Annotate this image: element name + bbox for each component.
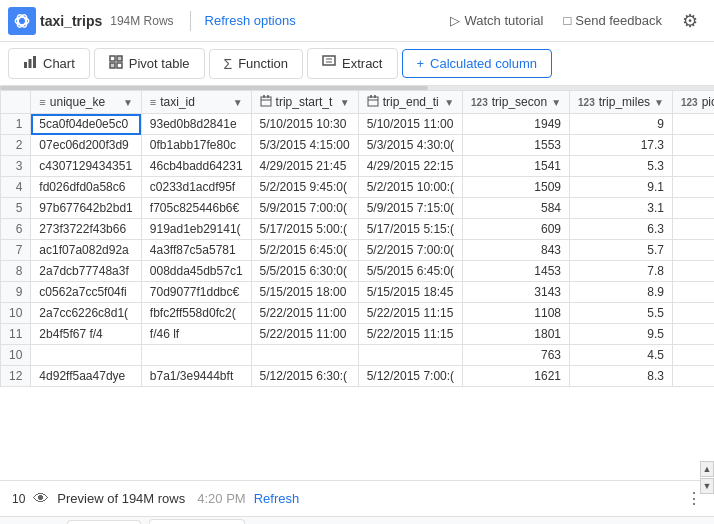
taxi-id-cell[interactable]: f/46 lf	[141, 324, 251, 345]
trip-miles-cell[interactable]: 9.5	[570, 324, 673, 345]
col-header-trip_start[interactable]: trip_start_t ▼	[251, 91, 358, 114]
pickup-cell[interactable]	[672, 219, 714, 240]
trip-miles-cell[interactable]: 17.3	[570, 135, 673, 156]
pickup-cell[interactable]	[672, 303, 714, 324]
unique-key-cell[interactable]: 2a7cc6226c8d1(	[31, 303, 141, 324]
trip-end-cell[interactable]: 5/9/2015 7:15:0(	[358, 198, 462, 219]
trip-end-cell[interactable]: 5/2/2015 10:00:(	[358, 177, 462, 198]
trip-start-cell[interactable]: 5/2/2015 9:45:0(	[251, 177, 358, 198]
calculated-column-button[interactable]: + Calculated column	[402, 49, 553, 78]
pickup-cell[interactable]	[672, 366, 714, 387]
trip-end-cell[interactable]: 5/17/2015 5:15:(	[358, 219, 462, 240]
col-header-taxi_id[interactable]: ≡ taxi_id ▼	[141, 91, 251, 114]
row-number[interactable]: 5	[1, 198, 31, 219]
unique-key-cell[interactable]: fd026dfd0a58c6	[31, 177, 141, 198]
filter-icon[interactable]: ▼	[444, 97, 454, 108]
row-number[interactable]: 6	[1, 219, 31, 240]
trip-miles-cell[interactable]: 5.7	[570, 240, 673, 261]
trip-end-cell[interactable]: 5/12/2015 7:00:(	[358, 366, 462, 387]
trip-miles-cell[interactable]: 9	[570, 114, 673, 135]
pickup-cell[interactable]	[672, 240, 714, 261]
sheet1-tab[interactable]: Sheet1 ▼	[67, 520, 141, 524]
trip-end-cell[interactable]: 5/22/2015 11:15	[358, 303, 462, 324]
row-number[interactable]: 9	[1, 282, 31, 303]
row-number[interactable]: 3	[1, 156, 31, 177]
unique-key-cell[interactable]: 4d92ff5aa47dye	[31, 366, 141, 387]
trip-start-cell[interactable]: 5/5/2015 6:30:0(	[251, 261, 358, 282]
col-header-trip_end[interactable]: trip_end_ti ▼	[358, 91, 462, 114]
pickup-cell[interactable]	[672, 345, 714, 366]
trip-miles-cell[interactable]: 6.3	[570, 219, 673, 240]
trip-sec-cell[interactable]: 3143	[463, 282, 570, 303]
trip-start-cell[interactable]: 5/10/2015 10:30	[251, 114, 358, 135]
filter-icon[interactable]: ▼	[654, 97, 664, 108]
unique-key-cell[interactable]: 97b677642b2bd1	[31, 198, 141, 219]
refresh-button[interactable]: Refresh	[254, 491, 300, 506]
unique-key-cell[interactable]: 2b4f5f67 f/4	[31, 324, 141, 345]
trip-sec-cell[interactable]: 1509	[463, 177, 570, 198]
trip-start-cell[interactable]: 5/2/2015 6:45:0(	[251, 240, 358, 261]
trip-start-cell[interactable]: 5/22/2015 11:00	[251, 324, 358, 345]
function-button[interactable]: Σ Function	[209, 49, 304, 79]
pickup-cell[interactable]	[672, 198, 714, 219]
filter-icon[interactable]: ▼	[123, 97, 133, 108]
pickup-cell[interactable]	[672, 282, 714, 303]
trip-miles-cell[interactable]: 8.9	[570, 282, 673, 303]
data-source-tab[interactable]: ≡ taxi_trips ▼	[149, 519, 245, 524]
pickup-cell[interactable]	[672, 261, 714, 282]
row-number[interactable]: 11	[1, 324, 31, 345]
row-number[interactable]: 4	[1, 177, 31, 198]
row-number[interactable]: 8	[1, 261, 31, 282]
trip-sec-cell[interactable]: 1108	[463, 303, 570, 324]
row-number[interactable]: 1	[1, 114, 31, 135]
taxi-id-cell[interactable]: b7a1/3e9444bft	[141, 366, 251, 387]
trip-start-cell[interactable]: 5/22/2015 11:00	[251, 303, 358, 324]
trip-start-cell[interactable]: 5/12/2015 6:30:(	[251, 366, 358, 387]
trip-sec-cell[interactable]: 1801	[463, 324, 570, 345]
sheet-list-button[interactable]: ≡	[37, 521, 58, 525]
trip-sec-cell[interactable]: 843	[463, 240, 570, 261]
taxi-id-cell[interactable]: 0fb1abb17fe80c	[141, 135, 251, 156]
trip-miles-cell[interactable]: 3.1	[570, 198, 673, 219]
taxi-id-cell[interactable]: fbfc2ff558d0fc2(	[141, 303, 251, 324]
taxi-id-cell[interactable]: 70d9077f1ddbc€	[141, 282, 251, 303]
taxi-id-cell[interactable]: 93ed0b8d2841e	[141, 114, 251, 135]
trip-miles-cell[interactable]: 5.3	[570, 156, 673, 177]
unique-key-cell[interactable]: ac1f07a082d92a	[31, 240, 141, 261]
trip-end-cell[interactable]: 5/5/2015 6:45:0(	[358, 261, 462, 282]
trip-end-cell[interactable]	[358, 345, 462, 366]
taxi-id-cell[interactable]: 4a3ff87c5a5781	[141, 240, 251, 261]
col-header-trip_miles[interactable]: 123 trip_miles ▼	[570, 91, 673, 114]
send-feedback-button[interactable]: □ Send feedback	[555, 9, 670, 32]
unique-key-cell[interactable]: 07ec06d200f3d9	[31, 135, 141, 156]
taxi-id-cell[interactable]: 919ad1eb29141(	[141, 219, 251, 240]
trip-start-cell[interactable]: 5/3/2015 4:15:00	[251, 135, 358, 156]
trip-sec-cell[interactable]: 1553	[463, 135, 570, 156]
unique-key-cell[interactable]	[31, 345, 141, 366]
trip-end-cell[interactable]: 5/10/2015 11:00	[358, 114, 462, 135]
taxi-id-cell[interactable]: 46cb4badd64231	[141, 156, 251, 177]
trip-miles-cell[interactable]: 9.1	[570, 177, 673, 198]
scroll-down-button[interactable]: ▼	[700, 478, 714, 494]
pickup-cell[interactable]	[672, 114, 714, 135]
taxi-id-cell[interactable]: c0233d1acdf95f	[141, 177, 251, 198]
trip-start-cell[interactable]: 5/17/2015 5:00:(	[251, 219, 358, 240]
watch-tutorial-button[interactable]: ▷ Watch tutorial	[442, 9, 551, 32]
unique-key-cell[interactable]: 2a7dcb77748a3f	[31, 261, 141, 282]
trip-sec-cell[interactable]: 1949	[463, 114, 570, 135]
pickup-cell[interactable]	[672, 177, 714, 198]
trip-end-cell[interactable]: 5/2/2015 7:00:0(	[358, 240, 462, 261]
row-number[interactable]: 10	[1, 303, 31, 324]
unique-key-cell[interactable]: c0562a7cc5f04fi	[31, 282, 141, 303]
trip-end-cell[interactable]: 5/15/2015 18:45	[358, 282, 462, 303]
trip-sec-cell[interactable]: 1541	[463, 156, 570, 177]
refresh-options-button[interactable]: Refresh options	[201, 9, 300, 32]
row-number[interactable]: 7	[1, 240, 31, 261]
pickup-cell[interactable]	[672, 156, 714, 177]
trip-start-cell[interactable]: 4/29/2015 21:45	[251, 156, 358, 177]
col-header-trip_sec[interactable]: 123 trip_secon ▼	[463, 91, 570, 114]
trip-start-cell[interactable]	[251, 345, 358, 366]
chart-button[interactable]: Chart	[8, 48, 90, 79]
taxi-id-cell[interactable]: f705c825446b6€	[141, 198, 251, 219]
trip-sec-cell[interactable]: 1621	[463, 366, 570, 387]
